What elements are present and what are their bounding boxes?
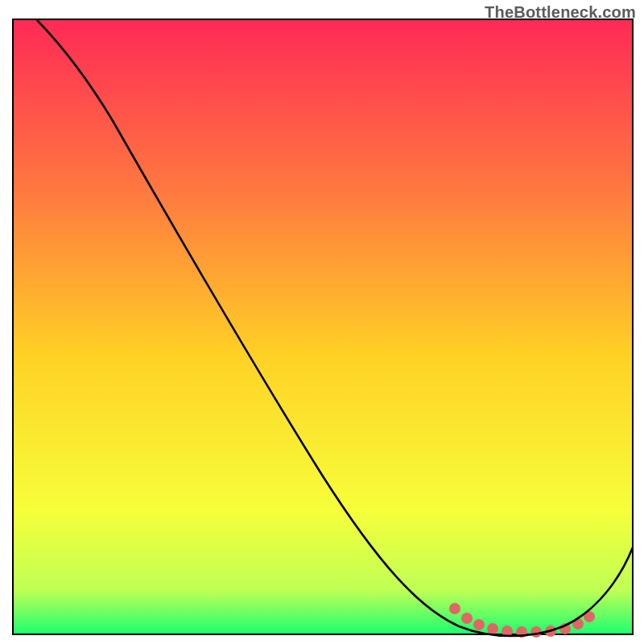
svg-point-4 (504, 628, 510, 634)
svg-point-10 (586, 613, 592, 620)
svg-point-0 (452, 605, 458, 612)
watermark-text: TheBottleneck.com (485, 3, 636, 22)
svg-point-1 (464, 615, 470, 621)
bottleneck-chart (0, 0, 644, 644)
svg-point-2 (476, 621, 482, 628)
svg-point-3 (489, 625, 496, 632)
svg-point-9 (575, 621, 581, 627)
svg-point-5 (518, 629, 525, 635)
